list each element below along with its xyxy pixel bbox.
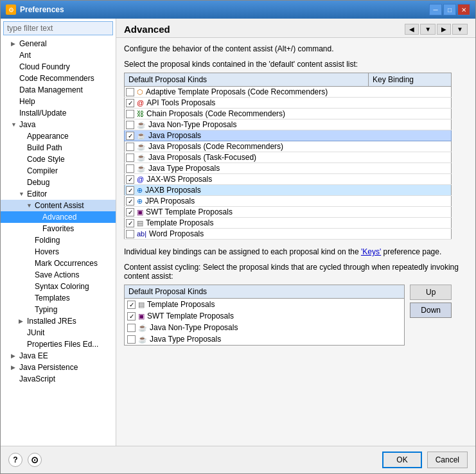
- back-button[interactable]: ◀: [405, 24, 419, 35]
- sidebar: ▶General Ant Cloud Foundry Code Recommen…: [1, 19, 116, 446]
- jpa-checkbox[interactable]: [126, 197, 134, 206]
- search-input[interactable]: [3, 21, 113, 35]
- java-icon: ☕: [137, 132, 146, 140]
- back-dropdown[interactable]: ▼: [420, 24, 436, 35]
- forward-button[interactable]: ▶: [437, 24, 451, 35]
- sidebar-item-folding[interactable]: Folding: [1, 234, 116, 246]
- sidebar-item-general[interactable]: ▶General: [1, 38, 116, 49]
- sidebar-item-debug[interactable]: Debug: [1, 177, 116, 188]
- sidebar-item-java-ee[interactable]: ▶Java EE: [1, 350, 116, 362]
- java-label: Java Proposals: [148, 131, 201, 140]
- sidebar-item-ant[interactable]: Ant: [1, 49, 116, 61]
- cycling-swt-label: SWT Template Proposals: [147, 312, 234, 320]
- proposal-row-java: ☕ Java Proposals: [125, 130, 451, 141]
- sidebar-item-syntax-coloring[interactable]: Syntax Coloring: [1, 281, 116, 292]
- java-checkbox[interactable]: [126, 132, 134, 140]
- word-checkbox[interactable]: [126, 230, 134, 238]
- template-checkbox[interactable]: [126, 219, 134, 227]
- api-icon: @: [137, 99, 144, 107]
- minimize-button[interactable]: ─: [429, 4, 442, 15]
- up-button[interactable]: Up: [410, 285, 452, 300]
- java-non-checkbox[interactable]: [126, 121, 134, 129]
- window-icon: ⚙: [6, 4, 16, 15]
- tree-view: ▶General Ant Cloud Foundry Code Recommen…: [1, 38, 116, 446]
- ok-button[interactable]: OK: [382, 452, 421, 468]
- maximize-button[interactable]: □: [443, 4, 456, 15]
- proposal-row-template: ▤ Template Proposals: [125, 218, 451, 228]
- sidebar-item-installed-jres[interactable]: ▶Installed JREs: [1, 315, 116, 327]
- help-button[interactable]: ?: [8, 453, 22, 467]
- sidebar-item-properties-files[interactable]: Properties Files Ed...: [1, 338, 116, 350]
- cycling-template-label: Template Proposals: [147, 300, 215, 309]
- sidebar-item-content-assist[interactable]: ▼Content Assist: [1, 200, 116, 211]
- table-row: ☕ Java Type Proposals: [125, 163, 452, 174]
- sidebar-item-code-style[interactable]: Code Style: [1, 154, 116, 165]
- sidebar-item-build-path[interactable]: Build Path: [1, 142, 116, 154]
- jaxws-checkbox[interactable]: [126, 175, 134, 184]
- sidebar-item-appearance[interactable]: Appearance: [1, 130, 116, 142]
- sidebar-item-data-management[interactable]: Data Management: [1, 84, 116, 96]
- cycling-template-checkbox[interactable]: [127, 301, 136, 309]
- table-row: @ JAX-WS Proposals: [125, 174, 452, 185]
- table-row: ☕ Java Proposals (Code Recommenders): [125, 141, 452, 152]
- forward-dropdown[interactable]: ▼: [452, 24, 468, 35]
- cycling-template-icon: ▤: [138, 301, 145, 309]
- proposal-row-adaptive: ⬡ Adaptive Template Proposals (Code Reco…: [125, 87, 451, 97]
- main-panel: Advanced ◀ ▼ ▶ ▼ Configure the behavior …: [116, 19, 475, 446]
- sidebar-item-code-recommenders[interactable]: Code Recommenders: [1, 73, 116, 84]
- jaxws-icon: @: [137, 175, 144, 183]
- cycling-row-template: ▤ Template Proposals: [125, 299, 404, 310]
- cycling-buttons: Up Down: [410, 285, 452, 346]
- jaxb-checkbox[interactable]: [126, 186, 134, 195]
- sidebar-item-java[interactable]: ▼Java: [1, 119, 116, 130]
- keys-link-prefix: Individual key bindings can be assigned …: [124, 247, 361, 256]
- sidebar-item-install-update[interactable]: Install/Update: [1, 107, 116, 119]
- adaptive-checkbox[interactable]: [126, 88, 134, 96]
- close-button[interactable]: ✕: [457, 4, 470, 15]
- sidebar-item-mark-occurrences[interactable]: Mark Occurrences: [1, 258, 116, 269]
- java-type-icon: ☕: [137, 164, 146, 173]
- java-code-icon: ☕: [137, 143, 146, 151]
- table-row: ▣ SWT Template Proposals: [125, 207, 452, 218]
- proposal-row-jpa: ⊕ JPA Proposals: [125, 196, 451, 206]
- cancel-button[interactable]: Cancel: [427, 452, 468, 468]
- cycling-java-type-checkbox[interactable]: [127, 335, 136, 344]
- java-non-label: Java Non-Type Proposals: [148, 120, 236, 129]
- java-type-checkbox[interactable]: [126, 164, 134, 173]
- sidebar-item-save-actions[interactable]: Save Actions: [1, 269, 116, 281]
- col-key-binding: Key Binding: [369, 73, 452, 87]
- java-task-label: Java Proposals (Task-Focused): [148, 153, 256, 162]
- java-task-checkbox[interactable]: [126, 154, 134, 162]
- swt-checkbox[interactable]: [126, 208, 134, 216]
- sidebar-item-hovers[interactable]: Hovers: [1, 246, 116, 258]
- sidebar-item-typing[interactable]: Typing: [1, 304, 116, 315]
- java-code-checkbox[interactable]: [126, 143, 134, 151]
- cycling-table: Default Proposal Kinds ▤ Template Propos…: [124, 285, 405, 346]
- sidebar-item-compiler[interactable]: Compiler: [1, 165, 116, 177]
- cycling-java-type-icon: ☕: [138, 335, 147, 344]
- cycling-swt-icon: ▣: [138, 312, 145, 320]
- settings-button[interactable]: ⊙: [28, 453, 42, 467]
- sidebar-item-java-persistence[interactable]: ▶Java Persistence: [1, 362, 116, 373]
- keys-link[interactable]: 'Keys': [361, 247, 381, 256]
- cycling-swt-checkbox[interactable]: [127, 312, 136, 320]
- cycling-java-non-checkbox[interactable]: [127, 324, 136, 332]
- sidebar-item-editor[interactable]: ▼Editor: [1, 188, 116, 200]
- chain-checkbox[interactable]: [126, 110, 134, 118]
- title-controls: ─ □ ✕: [429, 4, 470, 15]
- table-row: ⊕ JAXB Proposals: [125, 185, 452, 196]
- sidebar-item-advanced[interactable]: Advanced: [1, 211, 116, 223]
- api-checkbox[interactable]: [126, 99, 134, 107]
- sidebar-item-help[interactable]: Help: [1, 96, 116, 107]
- sidebar-item-javascript[interactable]: JavaScript: [1, 373, 116, 385]
- sidebar-item-cloud-foundry[interactable]: Cloud Foundry: [1, 61, 116, 73]
- sidebar-item-favorites[interactable]: Favorites: [1, 223, 116, 234]
- sidebar-item-templates[interactable]: Templates: [1, 292, 116, 304]
- keys-link-text: Individual key bindings can be assigned …: [124, 247, 468, 256]
- java-type-label: Java Type Proposals: [148, 164, 220, 173]
- sidebar-item-junit[interactable]: JUnit: [1, 327, 116, 338]
- jaxws-label: JAX-WS Proposals: [146, 175, 212, 184]
- table-row: ☕ Java Proposals (Task-Focused): [125, 152, 452, 163]
- down-button[interactable]: Down: [410, 303, 452, 318]
- preferences-window: ⚙ Preferences ─ □ ✕ ▶General Ant Cloud F…: [0, 0, 476, 474]
